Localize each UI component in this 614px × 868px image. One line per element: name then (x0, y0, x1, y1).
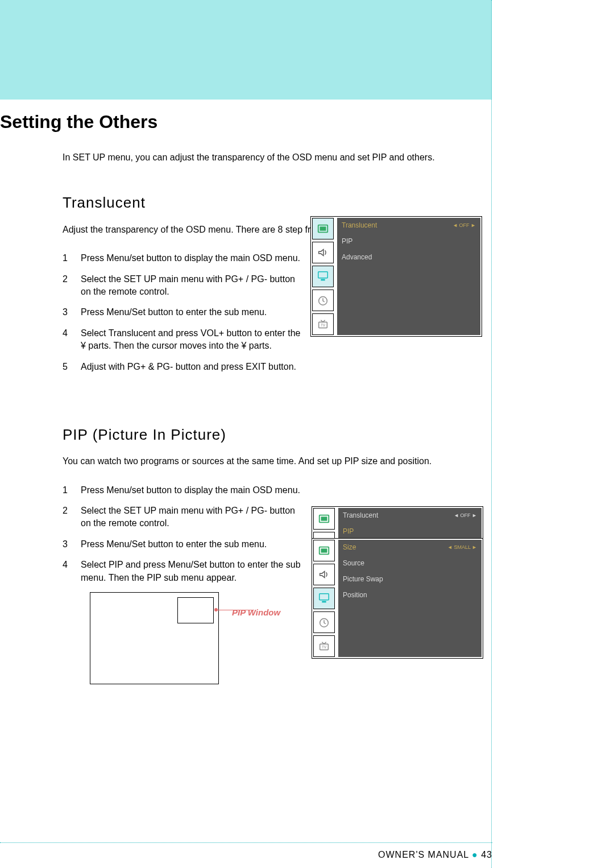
osd-icon-picture (313, 540, 335, 561)
step-text: Press Menu/Set button to enter the sub m… (81, 538, 267, 551)
osd-item[interactable]: Translucent ◄ OFF ► (342, 221, 476, 229)
page-footer: OWNER'S MANUAL ● 43 (0, 850, 492, 860)
osd-item[interactable]: Size ◄ SMALL ► (343, 543, 477, 551)
osd-icon-setup (312, 266, 334, 287)
osd-item-label: Translucent (343, 511, 378, 519)
section-heading-translucent: Translucent (63, 192, 483, 213)
osd-item[interactable]: Position (343, 591, 477, 599)
osd-icon-picture (313, 508, 335, 530)
footer-separator-dot: ● (472, 850, 481, 859)
osd-item-label: Source (343, 559, 364, 567)
osd-icon-timer (313, 611, 335, 633)
osd-item-label: PIP (342, 237, 352, 245)
svg-text:TV: TV (322, 645, 327, 649)
osd-item-value: ◄ OFF ► (453, 222, 476, 228)
svg-rect-3 (321, 279, 325, 281)
osd-item-value: ◄ SMALL ► (447, 544, 477, 550)
osd-item-label: Translucent (342, 221, 377, 229)
svg-rect-17 (322, 601, 326, 603)
step-text: Select the SET UP main menu with PG+ / P… (81, 273, 307, 299)
osd-item[interactable]: Source (343, 559, 477, 567)
page-title: Setting the Others (0, 111, 614, 133)
osd-menu-translucent: TV Translucent ◄ OFF ► PIP Advanced (310, 216, 482, 337)
pip-inner-window (177, 597, 214, 623)
footer-label: OWNER'S MANUAL (378, 850, 469, 859)
osd-item[interactable]: PIP (342, 237, 476, 245)
osd-menu-pip-group: TV Translucent ◄ OFF ► PIP Advanced (312, 506, 482, 538)
vertical-divider (491, 0, 493, 868)
step-text: Press Menu/Set button to enter the sub m… (81, 306, 267, 319)
svg-rect-8 (321, 516, 327, 520)
osd-item-label: Advanced (342, 253, 372, 261)
step-text: Press Menu/set button to display the mai… (81, 484, 300, 497)
section-heading-pip: PIP (Picture In Picture) (63, 424, 483, 445)
osd-item-label: Position (343, 591, 367, 599)
page-header: Setting the Others (0, 0, 614, 145)
osd-icon-timer (312, 290, 334, 311)
osd-item-value: ◄ OFF ► (454, 512, 477, 518)
osd-icon-sound (313, 564, 335, 585)
osd-item[interactable]: Translucent ◄ OFF ► (343, 511, 477, 519)
step-text: Adjust with PG+ & PG- button and press E… (81, 361, 296, 373)
pip-window-diagram: PIP Window (90, 592, 219, 684)
step-text: Select Translucent and press VOL+ button… (81, 327, 307, 353)
svg-rect-1 (320, 226, 326, 230)
osd-icon-setup (313, 588, 335, 609)
osd-icon-tv: TV (312, 313, 334, 335)
osd-menu-pip-sub: TV Size ◄ SMALL ► Source Picture Swap (312, 538, 483, 659)
horizontal-divider (0, 842, 492, 843)
osd-icon-picture (312, 218, 334, 239)
step-text: Press Menu/set button to display the mai… (81, 252, 300, 264)
steps-pip: 1Press Menu/set button to display the ma… (63, 484, 307, 584)
osd-icon-tv: TV (313, 635, 335, 657)
svg-rect-2 (318, 272, 328, 278)
svg-text:TV: TV (321, 323, 326, 327)
svg-rect-15 (321, 548, 327, 552)
step-text: Select PIP and press Menu/Set button to … (81, 559, 307, 584)
steps-translucent: 1Press Menu/set button to display the ma… (63, 252, 307, 373)
page-number: 43 (481, 850, 492, 859)
osd-icon-sound (312, 242, 334, 263)
osd-item[interactable]: PIP (343, 527, 477, 535)
osd-item-label: Picture Swap (343, 575, 383, 583)
pip-window-label: PIP Window (232, 606, 280, 618)
osd-item-label: PIP (343, 527, 354, 535)
section-desc-pip: You can watch two programs or sources at… (63, 455, 483, 468)
osd-item[interactable]: Advanced (342, 253, 476, 261)
osd-item-label: Size (343, 543, 356, 551)
step-text: Select the SET UP main menu with PG+ / P… (81, 505, 307, 530)
page-intro: In SET UP menu, you can adjust the trans… (63, 151, 483, 164)
osd-item[interactable]: Picture Swap (343, 575, 477, 583)
svg-rect-16 (320, 594, 329, 600)
